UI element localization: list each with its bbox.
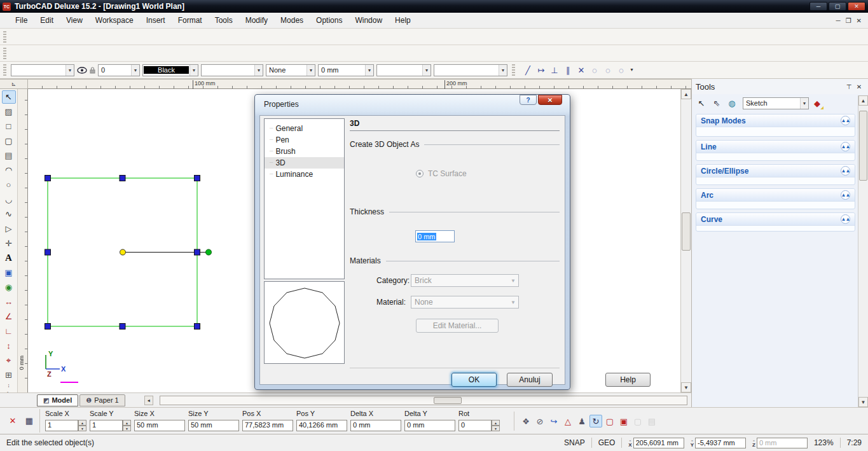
- spinner[interactable]: ▲▼: [492, 420, 500, 431]
- select-frame[interactable]: ▢: [603, 415, 616, 427]
- scroll-down-icon[interactable]: ▼: [681, 382, 691, 392]
- line-width-combo[interactable]: 0 mm▾: [318, 64, 374, 76]
- collapse-chevron-icon[interactable]: ▲▲: [841, 166, 850, 176]
- menu-item[interactable]: View: [60, 13, 89, 27]
- chevron-down-icon[interactable]: ▾: [254, 65, 263, 76]
- menu-item[interactable]: Tools: [209, 13, 239, 27]
- horizontal-scrollbar[interactable]: [160, 396, 687, 405]
- geo-snap-cross[interactable]: ✕: [575, 64, 588, 76]
- toolbar-grip[interactable]: [512, 64, 515, 76]
- geo-snap-segment[interactable]: ↦: [535, 64, 548, 76]
- close-icon[interactable]: ✕: [854, 83, 864, 90]
- palette-combo[interactable]: Sketch ▾: [743, 97, 809, 109]
- menu-item[interactable]: Format: [172, 13, 209, 27]
- section-header[interactable]: Arc ▲▲: [696, 189, 855, 202]
- toolbar-grip[interactable]: [3, 64, 6, 76]
- sheet-tab[interactable]: ◩ Model: [37, 394, 78, 406]
- tc-surface-radio[interactable]: [416, 170, 424, 177]
- chevron-down-icon[interactable]: ▾: [307, 65, 315, 76]
- geo-snap-arc[interactable]: ◌: [602, 64, 614, 76]
- field-input[interactable]: 0: [458, 420, 492, 431]
- coordinate-field[interactable]: 205,6091 mm: [633, 438, 684, 448]
- geo-snap-point[interactable]: ⊥: [548, 64, 561, 76]
- menu-item[interactable]: Edit: [34, 13, 60, 27]
- field-input[interactable]: 50 mm: [188, 420, 239, 431]
- tree-item[interactable]: ┈ Luminance: [265, 169, 344, 180]
- table-tool[interactable]: ⊞: [2, 368, 16, 382]
- close-button[interactable]: ✕: [848, 2, 865, 11]
- ruler-corner-icon[interactable]: ⊾: [0, 79, 28, 89]
- point-tool[interactable]: ✛: [2, 237, 16, 250]
- menu-item[interactable]: Workspace: [89, 13, 140, 27]
- spinner[interactable]: ▲▼: [78, 420, 86, 431]
- image-tool[interactable]: ▣: [2, 266, 16, 279]
- coordinate-field[interactable]: -5,4937 mm: [695, 438, 746, 448]
- ok-button[interactable]: OK: [451, 373, 497, 387]
- panel-select-node[interactable]: ⇖: [710, 96, 724, 110]
- scroll-up-icon[interactable]: ▲: [858, 95, 868, 106]
- field-input[interactable]: 0 mm: [404, 420, 455, 431]
- chevron-down-icon[interactable]: ▾: [189, 65, 198, 76]
- tree-item[interactable]: ┈ 3D: [265, 157, 344, 169]
- material-combo[interactable]: None ▼: [411, 296, 519, 309]
- menu-item[interactable]: Modes: [274, 13, 310, 27]
- dialog-close-icon[interactable]: ✕: [538, 95, 562, 105]
- hatch-tool[interactable]: ▨: [2, 105, 16, 118]
- field-input[interactable]: 1: [45, 420, 78, 431]
- field-input[interactable]: 77,5823 mm: [242, 420, 293, 431]
- scrollbar-thumb[interactable]: [434, 397, 462, 404]
- return-arrow[interactable]: ↪: [548, 415, 560, 427]
- palette-paint-icon[interactable]: ◆: [810, 96, 824, 110]
- sheet-tab[interactable]: ❶ Paper 1: [79, 394, 125, 406]
- edit-material-button[interactable]: Edit Material...: [416, 319, 499, 333]
- spinner[interactable]: ▲▼: [123, 420, 131, 431]
- panel-world[interactable]: ◍: [725, 96, 739, 110]
- leader-tool[interactable]: ⌖: [2, 354, 16, 367]
- pen-color-combo[interactable]: Black▾: [142, 64, 198, 76]
- dim-horizontal-tool[interactable]: ↔: [2, 295, 16, 309]
- section-header[interactable]: Line ▲▲: [696, 141, 855, 153]
- geo-snap-parallel[interactable]: ∥: [561, 64, 574, 76]
- dim-vertical-tool[interactable]: ↕: [2, 339, 16, 352]
- maximize-button[interactable]: ▢: [829, 2, 846, 11]
- layer-visible-eye-icon[interactable]: [77, 67, 87, 74]
- mdi-close[interactable]: ✕: [857, 17, 862, 24]
- selection-handle[interactable]: [120, 324, 125, 330]
- rectangle-tool[interactable]: □: [2, 120, 16, 133]
- chevron-down-icon[interactable]: ▾: [65, 65, 74, 76]
- pattern-tool[interactable]: ▤: [2, 149, 16, 162]
- geo-snap-circle[interactable]: ◌: [588, 64, 601, 76]
- collapse-chevron-icon[interactable]: ▲▲: [841, 214, 850, 224]
- line-pattern-combo[interactable]: None▾: [266, 64, 315, 76]
- tree-item[interactable]: ┈ Pen: [265, 134, 344, 146]
- vertical-scrollbar[interactable]: ▲ ▼: [680, 89, 691, 392]
- rounded-rect-tool[interactable]: ▢: [2, 134, 16, 148]
- collapse-chevron-icon[interactable]: ▲▲: [841, 116, 850, 125]
- menu-item[interactable]: Help: [389, 13, 417, 27]
- scroll-up-icon[interactable]: ▲: [681, 89, 691, 99]
- select-tool[interactable]: ↖: [2, 90, 16, 104]
- field-input[interactable]: 1: [90, 420, 123, 431]
- chevron-down-icon[interactable]: ▾: [131, 65, 139, 76]
- layer-combo[interactable]: 0▾: [98, 64, 140, 76]
- hatch-combo[interactable]: ▾: [434, 64, 507, 76]
- spline-tool[interactable]: ∿: [2, 207, 16, 221]
- select-frame-x[interactable]: ▣: [617, 415, 630, 427]
- brush-combo[interactable]: ▾: [376, 64, 431, 76]
- calculator-grid[interactable]: ▦: [23, 415, 36, 427]
- line-style-combo[interactable]: ▾: [201, 64, 263, 76]
- palette-scrollbar[interactable]: ▲ ▼: [858, 95, 868, 407]
- scrollbar-thumb[interactable]: [682, 212, 691, 251]
- cancel-button[interactable]: Anuluj: [507, 373, 553, 387]
- help-button[interactable]: Help: [605, 373, 651, 387]
- chevron-down-icon[interactable]: ▾: [365, 65, 373, 76]
- selection-handle[interactable]: [195, 176, 200, 181]
- toolbar-grip[interactable]: [3, 48, 6, 59]
- minimize-button[interactable]: ─: [809, 2, 827, 11]
- snap-toggle[interactable]: SNAP: [564, 438, 585, 447]
- panel-select[interactable]: ↖: [694, 96, 708, 110]
- chevron-down-icon[interactable]: ▾: [499, 65, 507, 76]
- category-combo[interactable]: Brick ▼: [411, 274, 519, 287]
- selection-handle[interactable]: [195, 249, 200, 255]
- tree-item[interactable]: ┈ General: [265, 123, 344, 134]
